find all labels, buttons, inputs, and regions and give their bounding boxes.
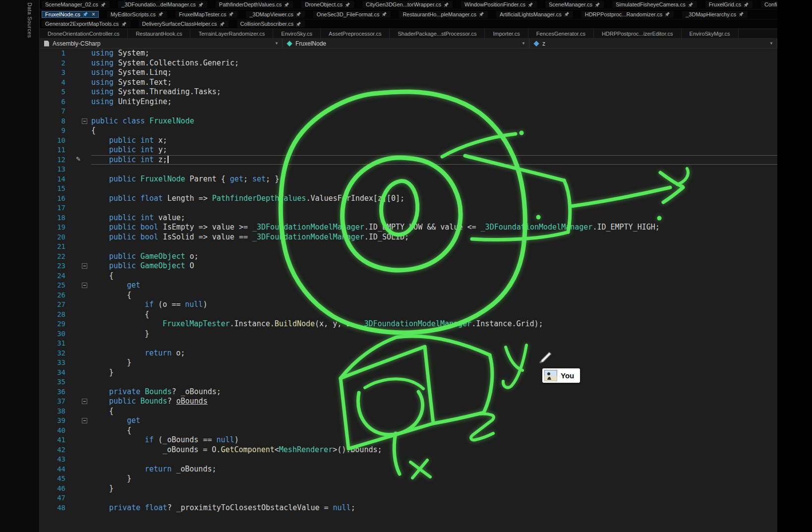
code-text[interactable]: public int x; [91,136,777,146]
tab[interactable]: RestaurantHo...pleManager.cs [399,11,488,18]
code-text[interactable] [91,455,777,465]
code-text[interactable] [91,203,777,213]
code-text[interactable]: public GameObject o; [91,252,777,262]
code-line[interactable]: 36private Bounds? _oBounds; [40,387,777,397]
line-number[interactable]: 19 [40,223,75,233]
code-line[interactable]: 43 [40,455,777,465]
line-number[interactable]: 35 [40,377,75,387]
tab[interactable]: MyEditorScripts.cs [107,11,167,18]
tab[interactable]: _3DMapViewer.cs [246,11,304,18]
code-line[interactable]: 1using System; [40,49,777,59]
line-number[interactable]: 27 [40,300,75,310]
tab[interactable]: CollisionSubscriber.cs [237,20,305,27]
tab[interactable]: EnviroSkyMgr.cs [682,29,739,38]
tab[interactable]: PathfinderDepthValues.cs [216,1,293,8]
tab[interactable]: SimulatedFisheyeCamera.cs [612,1,697,8]
line-number[interactable]: 17 [40,203,75,213]
tab[interactable]: _3DMapHierarchy.cs [682,11,748,18]
tab[interactable]: HDRPPostproc...Randomizer.cs [581,11,674,18]
tab[interactable]: FruxelGrid.cs [705,1,753,8]
tab[interactable]: SceneManager.cs [545,1,604,8]
pin-icon[interactable] [382,11,387,17]
code-text[interactable] [91,377,777,387]
code-line[interactable]: 42_oBounds = O.GetComponent<MeshRenderer… [40,445,777,455]
tab[interactable]: SceneManager_02.cs [42,1,110,8]
line-number[interactable]: 26 [40,291,75,300]
code-line[interactable]: 38{ [40,407,777,416]
code-line[interactable]: 47 [40,493,777,503]
tab[interactable]: OneSec3D_FileFormat.cs [313,11,391,18]
code-line[interactable]: 23public GameObject O [40,261,777,271]
code-line[interactable]: 20public bool IsSolid => value == _3DFou… [40,233,777,242]
line-number[interactable]: 28 [40,310,75,320]
line-number[interactable]: 7 [40,107,75,117]
line-number[interactable]: 15 [40,184,75,194]
code-line[interactable]: 48private float? _proximityToClosestObst… [40,503,777,513]
code-text[interactable]: public int value; [91,213,777,223]
code-text[interactable]: { [91,126,777,136]
line-number[interactable]: 5 [40,87,75,97]
pin-icon[interactable] [595,2,600,7]
line-number[interactable]: 42 [40,445,75,455]
code-text[interactable]: return _oBounds; [91,465,777,474]
line-number[interactable]: 43 [40,455,75,465]
pin-icon[interactable] [284,2,290,7]
code-line[interactable]: 32return o; [40,349,777,358]
code-line[interactable]: 24{ [40,271,777,281]
line-number[interactable]: 46 [40,484,75,494]
code-text[interactable]: if (o == null) [91,300,777,310]
code-text[interactable]: FruxelMapTester.Instance.BuildNode(x, y,… [91,319,777,329]
code-text[interactable]: if (_oBounds == null) [91,435,777,445]
tab[interactable]: DroneObject.cs [301,1,354,8]
code-line[interactable]: 26{ [40,291,777,300]
code-line[interactable]: 7 [40,107,777,117]
code-text[interactable]: public class FruxelNode [91,117,777,126]
code-line[interactable]: 9{ [40,126,777,136]
tab[interactable]: DroneOrientationController.cs [40,29,128,38]
fold-collapse-icon[interactable] [82,399,87,404]
line-number[interactable]: 23 [40,261,75,271]
code-text[interactable]: } [91,484,777,494]
code-text[interactable]: public bool IsSolid => value == _3DFound… [91,233,777,242]
code-line[interactable]: 30} [40,329,777,339]
code-text[interactable] [91,339,777,349]
tab[interactable]: AssetPreprocessor.cs [321,29,390,38]
line-number[interactable]: 48 [40,503,75,513]
tab[interactable]: Importer.cs [485,29,528,38]
chevron-down-icon[interactable]: ▼ [522,42,525,46]
tab[interactable]: FruxelMapTester.cs [175,11,237,18]
code-text[interactable]: { [91,407,777,416]
code-line[interactable]: 31 [40,339,777,349]
line-number[interactable]: 31 [40,339,75,349]
code-line[interactable]: 12✎public int z; [40,155,777,165]
pin-icon[interactable] [83,11,88,17]
code-text[interactable]: { [91,310,777,320]
code-line[interactable]: 40{ [40,426,777,436]
line-number[interactable]: 9 [40,126,75,136]
tab[interactable]: WindowPositionFinder.cs [461,1,537,8]
code-line[interactable]: 46} [40,484,777,494]
line-number[interactable]: 44 [40,465,75,474]
pin-icon[interactable] [564,11,570,17]
fold-collapse-icon[interactable] [82,118,87,124]
line-number[interactable]: 8 [40,117,75,126]
code-text[interactable]: } [91,329,777,339]
code-line[interactable]: 16public float Length => PathfinderDepth… [40,194,777,204]
pin-icon[interactable] [444,2,449,7]
code-line[interactable]: 29FruxelMapTester.Instance.BuildNode(x, … [40,319,777,329]
line-number[interactable]: 10 [40,136,75,146]
line-number[interactable]: 20 [40,233,75,242]
code-text[interactable]: public bool IsEmpty => value >= _3DFound… [91,223,777,233]
code-line[interactable]: 2using System.Collections.Generic; [40,59,777,68]
tab[interactable]: HDRPPostproc...izerEditor.cs [594,29,682,38]
tab[interactable]: EnviroSky.cs [273,29,321,38]
line-number[interactable]: 11 [40,145,75,155]
code-line[interactable]: 37public Bounds? oBounds [40,397,777,407]
pin-icon[interactable] [220,21,225,27]
tab[interactable]: Generator2ExportMapTools.cs [42,20,130,27]
code-line[interactable]: 18public int value; [40,213,777,223]
pin-icon[interactable] [744,2,749,7]
line-number[interactable]: 34 [40,368,75,378]
code-text[interactable]: } [91,358,777,368]
code-text[interactable]: { [91,271,777,281]
